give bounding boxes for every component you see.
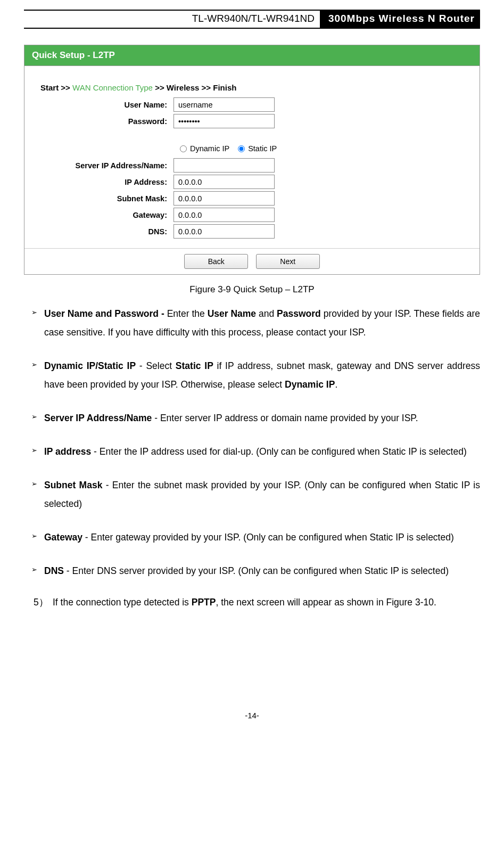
item-bold: Static IP	[176, 360, 213, 371]
step-text: If the connection type detected is	[53, 597, 192, 608]
item-bold: Password	[277, 308, 321, 319]
item-bold: Dynamic IP	[285, 379, 335, 390]
row-mask: Subnet Mask:	[35, 191, 469, 206]
step-number: 5）	[34, 595, 48, 610]
step-5: 5） If the connection type detected is PP…	[35, 595, 480, 610]
list-item: Server IP Address/Name - Enter server IP…	[35, 409, 480, 428]
ip-mode-row: Dynamic IP Static IP	[180, 144, 469, 153]
panel-title: Quick Setup - L2TP	[24, 45, 480, 66]
item-text: Enter the	[167, 308, 208, 319]
ip-input[interactable]	[173, 175, 275, 189]
list-item: IP address - Enter the IP address used f…	[35, 442, 480, 461]
item-term: Gateway	[44, 532, 82, 543]
row-ip: IP Address:	[35, 175, 469, 189]
list-item: Subnet Mask - Enter the subnet mask prov…	[35, 476, 480, 513]
next-button[interactable]: Next	[256, 254, 320, 269]
list-item: DNS - Enter DNS server provided by your …	[35, 562, 480, 580]
item-text: - Enter DNS server provided by your ISP.…	[64, 565, 449, 576]
breadcrumb: Start >> WAN Connection Type >> Wireless…	[40, 83, 469, 92]
list-item: Dynamic IP/Static IP - Select Static IP …	[35, 357, 480, 394]
item-term: User Name and Password -	[44, 308, 167, 319]
item-term: IP address	[44, 446, 91, 457]
row-server: Server IP Address/Name:	[35, 158, 469, 173]
crumb-start: Start >>	[40, 83, 70, 92]
page-header: TL-WR940N/TL-WR941ND 300Mbps Wireless N …	[24, 10, 480, 29]
item-text: - Enter gateway provided by your ISP. (O…	[82, 532, 454, 543]
row-dns: DNS:	[35, 224, 469, 239]
crumb-active: WAN Connection Type	[72, 83, 153, 92]
description-list: User Name and Password - Enter the User …	[35, 305, 480, 580]
server-label: Server IP Address/Name:	[35, 161, 173, 170]
item-text: and	[256, 308, 277, 319]
figure-caption: Figure 3-9 Quick Setup – L2TP	[24, 284, 480, 295]
gateway-label: Gateway:	[35, 211, 173, 219]
step-bold: PPTP	[192, 597, 216, 608]
static-ip-radio[interactable]	[238, 145, 245, 152]
panel-body: Start >> WAN Connection Type >> Wireless…	[24, 66, 480, 248]
back-button[interactable]: Back	[184, 254, 248, 269]
server-input[interactable]	[173, 158, 275, 173]
model-number: TL-WR940N/TL-WR941ND	[24, 10, 320, 28]
row-gateway: Gateway:	[35, 208, 469, 222]
item-text: - Select	[136, 360, 176, 371]
item-text: - Enter the IP address used for dial-up.…	[91, 446, 467, 457]
dynamic-ip-option[interactable]: Dynamic IP	[180, 144, 229, 153]
item-text: .	[335, 379, 337, 390]
step-text: , the next screen will appear as shown i…	[216, 597, 436, 608]
gateway-input[interactable]	[173, 208, 275, 222]
row-username: User Name:	[35, 97, 469, 112]
item-term: Dynamic IP/Static IP	[44, 360, 136, 371]
crumb-rest: >> Wireless >> Finish	[155, 83, 236, 92]
username-label: User Name:	[35, 101, 173, 109]
list-item: User Name and Password - Enter the User …	[35, 305, 480, 342]
dns-input[interactable]	[173, 224, 275, 239]
dns-label: DNS:	[35, 227, 173, 236]
row-password: Password:	[35, 114, 469, 128]
mask-label: Subnet Mask:	[35, 194, 173, 203]
item-term: Subnet Mask	[44, 480, 102, 490]
quick-setup-panel: Quick Setup - L2TP Start >> WAN Connecti…	[24, 45, 480, 275]
password-input[interactable]	[173, 114, 275, 128]
static-ip-label: Static IP	[248, 144, 277, 153]
mask-input[interactable]	[173, 191, 275, 206]
item-bold: User Name	[208, 308, 256, 319]
item-term: DNS	[44, 565, 64, 576]
username-input[interactable]	[173, 97, 275, 112]
ip-label: IP Address:	[35, 178, 173, 186]
item-text: - Enter server IP address or domain name…	[152, 413, 418, 423]
password-label: Password:	[35, 117, 173, 126]
dynamic-ip-radio[interactable]	[180, 145, 187, 152]
page-number: -14-	[24, 711, 480, 720]
product-name: 300Mbps Wireless N Router	[320, 10, 480, 28]
list-item: Gateway - Enter gateway provided by your…	[35, 528, 480, 547]
static-ip-option[interactable]: Static IP	[238, 144, 277, 153]
panel-footer: Back Next	[24, 248, 480, 274]
item-text: - Enter the subnet mask provided by your…	[44, 480, 480, 509]
dynamic-ip-label: Dynamic IP	[190, 144, 229, 153]
item-term: Server IP Address/Name	[44, 413, 152, 423]
